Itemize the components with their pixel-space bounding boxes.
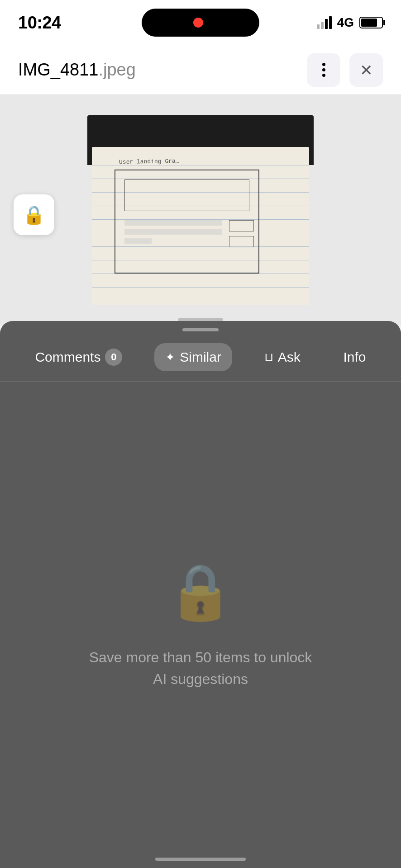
signal-icon <box>317 16 332 29</box>
filename-ext: .jpeg <box>98 60 135 79</box>
similar-star-icon: ✦ <box>165 350 175 364</box>
unlock-message: Save more than 50 items to unlock AI sug… <box>87 646 314 690</box>
notebook-page: User landing Gra… <box>92 147 309 305</box>
comments-badge: 0 <box>105 349 122 366</box>
tab-ask[interactable]: ⊔ Ask <box>253 343 311 371</box>
recording-indicator <box>193 18 203 28</box>
tab-bar: Comments 0 ✦ Similar ⊔ Ask Info <box>0 342 401 382</box>
header-bar: IMG_4811.jpeg ✕ <box>0 45 401 95</box>
tab-similar[interactable]: ✦ Similar <box>154 343 232 371</box>
more-dots-icon <box>322 63 325 77</box>
lock-small-icon: 🔒 <box>23 204 45 226</box>
dynamic-island-container <box>142 9 259 37</box>
network-type: 4G <box>337 15 354 30</box>
dynamic-island <box>142 9 259 37</box>
bottom-sheet: Comments 0 ✦ Similar ⊔ Ask Info 🔒 Save m… <box>0 321 401 868</box>
image-area: User landing Gra… 🔒 <box>0 95 401 326</box>
signal-bar-2 <box>321 22 324 29</box>
signal-bar-3 <box>325 19 328 29</box>
status-time: 10:24 <box>18 13 61 33</box>
photo-preview: User landing Gra… <box>87 115 314 305</box>
status-bar: 10:24 4G <box>0 0 401 45</box>
filename-base: IMG_4811 <box>18 60 98 79</box>
drag-handle[interactable] <box>182 328 219 331</box>
home-indicator <box>155 858 246 861</box>
file-name: IMG_4811.jpeg <box>18 60 136 80</box>
close-icon: ✕ <box>360 62 372 78</box>
ask-icon: ⊔ <box>264 350 273 364</box>
status-right: 4G <box>317 15 383 30</box>
header-actions: ✕ <box>307 53 383 87</box>
battery-icon <box>359 17 383 28</box>
lock-overlay-button[interactable]: 🔒 <box>14 194 54 235</box>
more-button[interactable] <box>307 53 340 87</box>
lock-large-icon: 🔒 <box>167 560 234 624</box>
battery-fill <box>361 19 377 27</box>
signal-bar-1 <box>317 24 320 29</box>
tab-info[interactable]: Info <box>333 343 377 371</box>
signal-bar-4 <box>329 16 332 29</box>
content-area: 🔒 Save more than 50 items to unlock AI s… <box>0 382 401 868</box>
close-button[interactable]: ✕ <box>349 53 383 87</box>
tab-comments[interactable]: Comments 0 <box>24 342 133 372</box>
